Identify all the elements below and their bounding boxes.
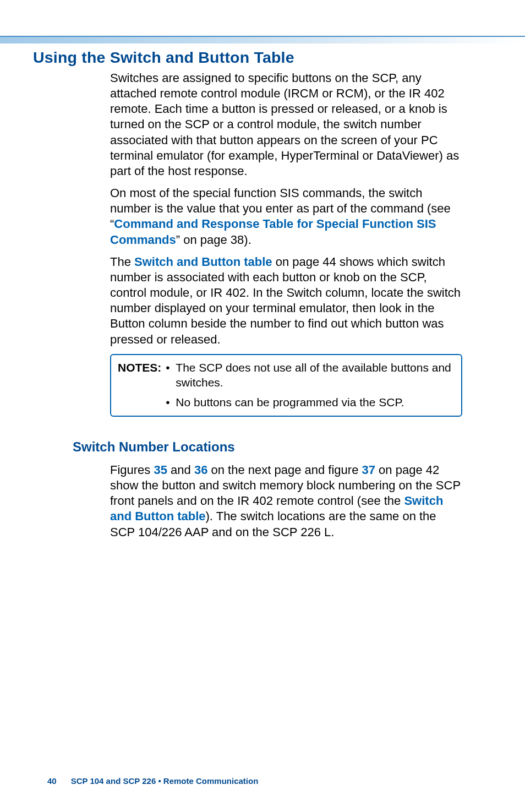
- paragraph-3-pre: The: [110, 255, 134, 269]
- link-figure-37[interactable]: 37: [362, 463, 375, 477]
- notes-row: NOTES: The SCP does not use all of the a…: [118, 361, 455, 411]
- footer-text: SCP 104 and SCP 226 • Remote Communicati…: [71, 776, 259, 786]
- paragraph-2-post: ” on page 38).: [176, 233, 251, 247]
- header-gradient-bar: [0, 36, 525, 43]
- link-figure-36[interactable]: 36: [194, 463, 207, 477]
- footer-page-number: 40: [47, 776, 57, 786]
- section-title: Using the Switch and Button Table: [33, 48, 294, 67]
- page-footer: 40SCP 104 and SCP 226 • Remote Communica…: [47, 776, 258, 786]
- body-column: Switches are assigned to specific button…: [110, 70, 462, 547]
- notes-box: NOTES: The SCP does not use all of the a…: [110, 354, 462, 417]
- paragraph-1: Switches are assigned to specific button…: [110, 70, 462, 179]
- page: Using the Switch and Button Table Switch…: [0, 0, 525, 812]
- subsection-title: Switch Number Locations: [73, 439, 462, 456]
- link-figure-35[interactable]: 35: [154, 463, 167, 477]
- paragraph-3: The Switch and Button table on page 44 s…: [110, 254, 462, 347]
- paragraph-4-mid1: and: [167, 463, 194, 477]
- link-switch-button-table-1[interactable]: Switch and Button table: [134, 255, 272, 269]
- paragraph-4: Figures 35 and 36 on the next page and f…: [110, 462, 462, 540]
- notes-label: NOTES:: [118, 361, 161, 375]
- link-command-response-table[interactable]: Command and Response Table for Special F…: [110, 217, 436, 246]
- paragraph-4-mid2: on the next page and figure: [207, 463, 362, 477]
- paragraph-4-pre: Figures: [110, 463, 154, 477]
- paragraph-2: On most of the special function SIS comm…: [110, 186, 462, 248]
- notes-list: The SCP does not use all of the availabl…: [166, 361, 455, 411]
- notes-item-2: No buttons can be programmed via the SCP…: [166, 395, 455, 410]
- notes-item-1: The SCP does not use all of the availabl…: [166, 361, 455, 390]
